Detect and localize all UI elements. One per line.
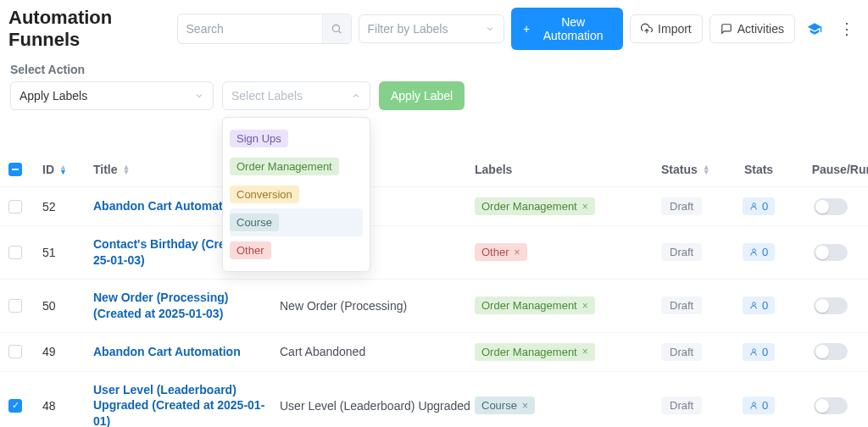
user-icon (749, 202, 759, 211)
automations-table: ID ▲▼ Title ▲▼ Labels Status ▲▼ Stats Pa… (0, 144, 868, 427)
label-tag: Sign Ups (230, 130, 288, 147)
label-tag: Conversion (230, 186, 299, 203)
table-row: 52Abandon Cart AutomationOrder Managemen… (0, 186, 868, 225)
row-label-tag[interactable]: Order Management× (475, 197, 595, 215)
svg-point-5 (753, 348, 756, 352)
import-button[interactable]: Import (630, 14, 703, 43)
labels-dropdown: Sign UpsOrder ManagementConversionCourse… (222, 117, 370, 272)
status-badge: Draft (661, 343, 702, 361)
row-checkbox[interactable] (8, 200, 22, 214)
activities-label: Activities (737, 22, 784, 36)
select-all-checkbox[interactable] (8, 163, 22, 176)
chevron-down-icon (485, 24, 495, 34)
remove-label-icon[interactable]: × (515, 247, 520, 258)
row-id: 52 (42, 200, 93, 214)
dropdown-option[interactable]: Order Management (230, 152, 363, 180)
svg-point-6 (753, 402, 756, 406)
status-badge: Draft (661, 297, 702, 314)
label-tag: Course (230, 214, 279, 231)
automation-title-link[interactable]: Abandon Cart Automation (93, 345, 241, 358)
more-button[interactable]: ⋮ (834, 16, 860, 42)
automation-title-link[interactable]: New Order (Processing) (Created at 2025-… (93, 291, 229, 320)
chat-icon (721, 23, 732, 35)
search-field (177, 14, 352, 44)
svg-point-3 (753, 249, 756, 252)
apply-label-button[interactable]: Apply Label (379, 81, 465, 110)
dropdown-option[interactable]: Conversion (230, 180, 363, 208)
column-stats: Stats (729, 163, 788, 176)
bulk-action-section: Select Action Apply Labels Select Labels… (0, 58, 868, 110)
svg-point-4 (753, 302, 756, 306)
table-row: 49Abandon Cart AutomationCart AbandonedO… (0, 332, 868, 371)
chevron-down-icon (194, 91, 204, 101)
graduation-cap-icon (807, 21, 822, 36)
stats-badge[interactable]: 0 (743, 243, 775, 261)
pause-run-toggle[interactable] (814, 397, 848, 414)
row-label-tag[interactable]: Order Management× (475, 343, 595, 361)
automation-title-link[interactable]: User Level (Leaderboard) Upgraded (Creat… (93, 383, 264, 427)
remove-label-icon[interactable]: × (582, 300, 588, 312)
pause-run-toggle[interactable] (814, 198, 848, 215)
user-icon (749, 347, 759, 357)
sort-icon: ▲▼ (703, 164, 710, 175)
chevron-up-icon (351, 91, 361, 101)
activities-button[interactable]: Activities (709, 14, 795, 43)
row-id: 49 (42, 345, 93, 358)
sort-icon: ▲▼ (123, 164, 131, 175)
pause-run-toggle[interactable] (814, 244, 848, 261)
automation-title-link[interactable]: Abandon Cart Automation (93, 199, 241, 213)
top-toolbar: Automation Funnels Filter by Labels + Ne… (0, 0, 868, 58)
import-label: Import (658, 22, 692, 36)
stats-badge[interactable]: 0 (743, 343, 775, 361)
pause-run-toggle[interactable] (814, 297, 848, 314)
search-input[interactable] (178, 15, 322, 42)
help-button[interactable] (802, 16, 827, 42)
column-status[interactable]: Status ▲▼ (661, 163, 729, 176)
sort-icon: ▲▼ (59, 164, 67, 175)
labels-placeholder: Select Labels (231, 89, 303, 103)
row-checkbox[interactable] (8, 345, 22, 358)
status-badge: Draft (661, 396, 702, 414)
remove-label-icon[interactable]: × (582, 201, 588, 213)
page-title: Automation Funnels (8, 7, 170, 51)
pause-run-toggle[interactable] (814, 343, 848, 360)
vertical-dots-icon: ⋮ (839, 21, 854, 36)
search-icon (331, 23, 342, 35)
filter-labels-placeholder: Filter by Labels (368, 22, 448, 36)
dropdown-option[interactable]: Course (230, 208, 363, 236)
label-tag: Order Management (230, 158, 339, 175)
row-checkbox[interactable] (8, 299, 22, 313)
row-id: 50 (42, 299, 93, 313)
user-icon (749, 301, 759, 310)
search-button[interactable] (322, 14, 351, 43)
label-tag: Other (230, 241, 271, 259)
row-label-tag[interactable]: Order Management× (475, 297, 595, 314)
cloud-upload-icon (641, 23, 653, 35)
dropdown-option[interactable]: Sign Ups (230, 125, 363, 152)
column-pause-run: Pause/Run (788, 163, 868, 176)
trigger-text: User Level (Leaderboard) Upgraded (280, 399, 475, 413)
select-action-label: Select Action (10, 63, 858, 76)
table-row: 48User Level (Leaderboard) Upgraded (Cre… (0, 371, 868, 427)
filter-labels-select[interactable]: Filter by Labels (359, 14, 505, 43)
row-label-tag[interactable]: Other× (475, 243, 527, 261)
remove-label-icon[interactable]: × (582, 346, 588, 358)
user-icon (749, 247, 759, 257)
stats-badge[interactable]: 0 (743, 396, 775, 414)
dropdown-option[interactable]: Other (230, 236, 363, 264)
stats-badge[interactable]: 0 (743, 297, 775, 314)
plus-icon: + (523, 22, 530, 36)
row-id: 48 (42, 399, 93, 413)
trigger-text: New Order (Processing) (280, 299, 475, 313)
action-select[interactable]: Apply Labels (10, 81, 214, 110)
remove-label-icon[interactable]: × (522, 400, 528, 412)
svg-line-1 (339, 31, 342, 34)
new-automation-button[interactable]: + New Automation (511, 8, 623, 50)
stats-badge[interactable]: 0 (743, 197, 775, 215)
column-id[interactable]: ID ▲▼ (42, 163, 93, 176)
row-label-tag[interactable]: Course× (475, 396, 535, 414)
action-select-value: Apply Labels (19, 89, 87, 103)
labels-multiselect[interactable]: Select Labels (222, 81, 370, 110)
row-checkbox[interactable] (8, 399, 22, 413)
row-checkbox[interactable] (8, 246, 22, 259)
